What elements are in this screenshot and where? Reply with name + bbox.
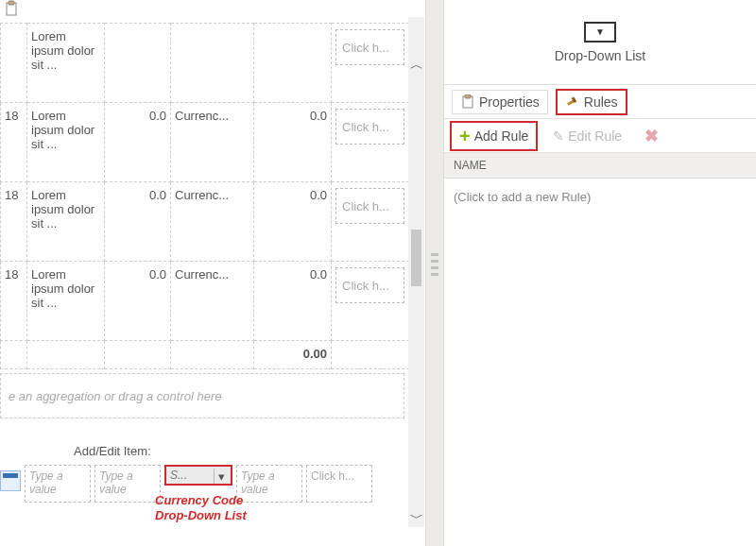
cell-date[interactable]: 18 xyxy=(1,182,27,262)
cell-amt1[interactable] xyxy=(105,24,171,103)
click-box[interactable]: Click h... xyxy=(306,465,372,503)
cell-desc[interactable]: Lorem ipsum dolor sit ... xyxy=(27,103,105,182)
value-input-1[interactable]: Type a value xyxy=(25,465,91,503)
chevron-down-icon[interactable]: ▾ xyxy=(214,469,229,484)
click-placeholder[interactable]: Click h... xyxy=(335,29,404,65)
cell-action[interactable]: Click h... xyxy=(332,262,409,341)
cell-amt2[interactable] xyxy=(254,24,332,103)
right-panel-tabs: Properties Rules xyxy=(444,85,756,119)
cell-amt1[interactable]: 0.0 xyxy=(105,182,171,262)
svg-rect-3 xyxy=(465,94,471,98)
scroll-down-icon[interactable]: ﹀ xyxy=(410,510,423,527)
right-panel: ▼ Drop-Down List Properties Rules + Add … xyxy=(444,0,756,546)
splitter-grip-icon xyxy=(431,253,438,276)
tab-properties-label: Properties xyxy=(479,94,540,110)
add-rule-button[interactable]: + Add Rule xyxy=(450,121,538,151)
dropdown-list-icon: ▼ xyxy=(584,22,616,43)
pane-splitter[interactable] xyxy=(425,0,444,546)
table-row[interactable]: 18 Lorem ipsum dolor sit ... 0.0 Currenc… xyxy=(1,262,409,341)
add-edit-label: Add/Edit Item: xyxy=(74,444,151,458)
edit-rule-label: Edit Rule xyxy=(568,128,622,144)
rules-empty-hint[interactable]: (Click to add a new Rule) xyxy=(444,179,756,215)
rules-column-header: NAME xyxy=(444,153,756,179)
cell-curr[interactable]: Currenc... xyxy=(171,262,254,341)
cell-amt1[interactable]: 0.0 xyxy=(105,262,171,341)
cell-curr[interactable] xyxy=(171,24,254,103)
tab-rules[interactable]: Rules xyxy=(556,89,627,115)
edit-rule-button: ✎ Edit Rule xyxy=(545,125,629,147)
cell-curr[interactable]: Currenc... xyxy=(171,182,254,262)
currency-code-dropdown[interactable]: S... ▾ xyxy=(164,465,232,486)
svg-rect-1 xyxy=(9,1,14,5)
dropdown-selected-text: S... xyxy=(166,469,187,482)
clipboard-icon xyxy=(460,94,475,110)
click-placeholder[interactable]: Click h... xyxy=(335,188,404,224)
gavel-icon xyxy=(565,94,580,110)
scroll-up-icon[interactable]: ︿ xyxy=(410,57,423,74)
plus-icon: + xyxy=(459,127,471,145)
aggregation-drop-zone[interactable]: e an aggregation or drag a control here xyxy=(0,373,404,418)
value-input-2[interactable]: Type a value xyxy=(94,465,161,503)
click-placeholder[interactable]: Click h... xyxy=(335,267,404,303)
rules-toolbar: + Add Rule ✎ Edit Rule ✖ xyxy=(444,119,756,153)
cell-curr[interactable]: Currenc... xyxy=(171,103,254,182)
annotation-callout: Currency Code Drop-Down List xyxy=(155,493,247,523)
cell-action[interactable]: Click h... xyxy=(332,103,409,182)
cell-amt2[interactable]: 0.0 xyxy=(254,182,332,262)
control-type-label: Drop-Down List xyxy=(555,48,645,63)
right-panel-header: ▼ Drop-Down List xyxy=(444,0,756,85)
click-placeholder[interactable]: Click h... xyxy=(335,109,404,145)
scroll-thumb[interactable] xyxy=(411,230,421,286)
tab-properties[interactable]: Properties xyxy=(452,90,548,114)
left-pane: Lorem ipsum dolor sit ... Click h... 18 … xyxy=(0,0,425,546)
pencil-icon: ✎ xyxy=(553,128,564,144)
paste-icon[interactable] xyxy=(4,0,21,17)
cell-date[interactable]: 18 xyxy=(1,262,27,341)
close-icon: ✖ xyxy=(644,126,659,146)
annotation-line-1: Currency Code xyxy=(155,493,247,508)
table-row[interactable]: 18 Lorem ipsum dolor sit ... 0.0 Currenc… xyxy=(1,182,409,262)
data-grid: Lorem ipsum dolor sit ... Click h... 18 … xyxy=(0,23,408,418)
table-row[interactable]: 18 Lorem ipsum dolor sit ... 0.0 Currenc… xyxy=(1,103,409,182)
table-row[interactable]: Lorem ipsum dolor sit ... Click h... xyxy=(1,24,409,103)
total-value: 0.00 xyxy=(254,341,332,369)
cell-date[interactable]: 18 xyxy=(1,103,27,182)
cell-date[interactable] xyxy=(1,24,27,103)
annotation-line-2: Drop-Down List xyxy=(155,508,247,523)
cell-amt2[interactable]: 0.0 xyxy=(254,103,332,182)
cell-desc[interactable]: Lorem ipsum dolor sit ... xyxy=(27,182,105,262)
calendar-icon[interactable] xyxy=(0,470,21,491)
vertical-scrollbar[interactable]: ︿ ﹀ xyxy=(408,17,424,527)
cell-desc[interactable]: Lorem ipsum dolor sit ... xyxy=(27,24,105,103)
add-rule-label: Add Rule xyxy=(474,128,529,144)
tab-rules-label: Rules xyxy=(584,94,618,110)
cell-action[interactable]: Click h... xyxy=(332,182,409,262)
delete-rule-button: ✖ xyxy=(637,122,666,150)
total-row: 0.00 xyxy=(1,341,409,369)
cell-amt2[interactable]: 0.0 xyxy=(254,262,332,341)
cell-desc[interactable]: Lorem ipsum dolor sit ... xyxy=(27,262,105,341)
cell-action[interactable]: Click h... xyxy=(332,24,409,103)
cell-amt1[interactable]: 0.0 xyxy=(105,103,171,182)
